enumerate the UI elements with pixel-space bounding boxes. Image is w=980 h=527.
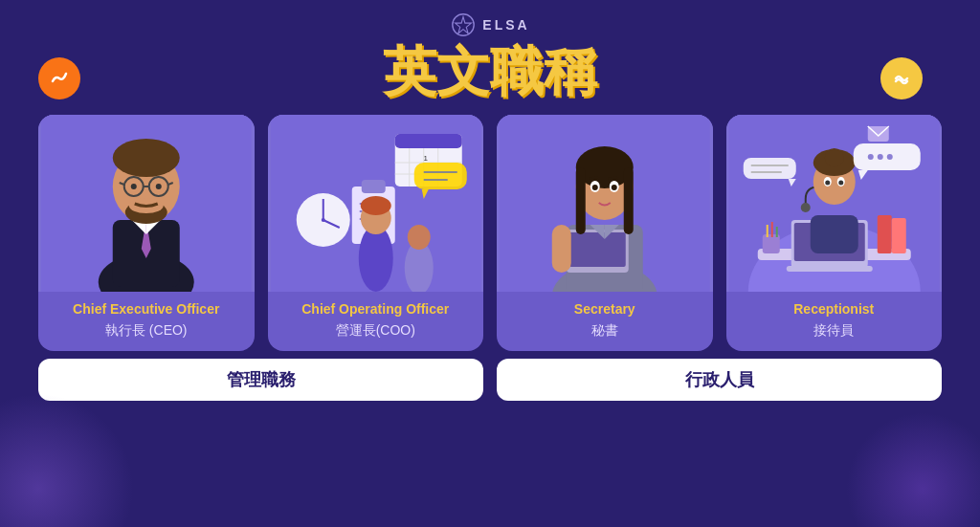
elsa-logo-text: ELSA [482, 17, 529, 33]
svg-rect-43 [413, 163, 466, 189]
svg-rect-34 [361, 180, 385, 193]
svg-rect-67 [786, 266, 872, 272]
svg-point-38 [358, 225, 392, 292]
svg-point-40 [360, 196, 390, 215]
card-receptionist-image [726, 115, 943, 292]
svg-rect-89 [743, 158, 795, 179]
svg-text:1: 1 [423, 154, 428, 163]
svg-point-76 [800, 203, 810, 212]
card-secretary-subtitle: 秘書 [584, 320, 626, 351]
card-ceo-image [38, 115, 255, 292]
svg-point-60 [612, 185, 617, 190]
svg-point-79 [824, 148, 843, 167]
elsa-logo: ELSA [450, 11, 529, 38]
svg-rect-51 [569, 232, 626, 267]
svg-point-87 [877, 154, 882, 160]
card-receptionist[interactable]: Receptionist 接待員 [726, 115, 943, 352]
svg-rect-55 [576, 167, 586, 234]
elsa-logo-icon [450, 11, 477, 38]
card-ceo[interactable]: Chief Executive Officer 執行長 (CEO) [38, 115, 255, 352]
card-coo-title: Chief Operating Officer [294, 292, 457, 321]
svg-point-16 [131, 184, 137, 189]
svg-point-88 [886, 154, 892, 160]
category-admin[interactable]: 行政人員 [497, 359, 942, 401]
svg-rect-56 [624, 167, 634, 234]
card-ceo-title: Chief Executive Officer [65, 292, 227, 321]
svg-point-83 [838, 180, 843, 185]
page-title: 英文職稱 [383, 42, 597, 101]
card-coo-image: 1 [268, 115, 484, 292]
category-management[interactable]: 管理職務 [38, 359, 483, 401]
svg-rect-22 [394, 134, 461, 148]
svg-rect-52 [552, 225, 571, 273]
svg-rect-70 [891, 218, 905, 253]
card-receptionist-title: Receptionist [786, 292, 881, 321]
card-coo-subtitle: 營運長(COO) [328, 320, 423, 351]
card-coo[interactable]: 1 [268, 115, 484, 352]
svg-rect-69 [877, 215, 891, 253]
svg-point-59 [592, 185, 598, 190]
svg-point-17 [156, 184, 162, 189]
svg-point-82 [825, 180, 830, 185]
categories-row: 管理職務 行政人員 [0, 359, 980, 401]
header: ELSA 英文職稱 [0, 0, 980, 109]
bg-decoration-right [846, 412, 980, 527]
bg-decoration-left [0, 393, 134, 527]
svg-point-10 [113, 139, 180, 177]
card-secretary-image [497, 115, 713, 292]
svg-point-42 [407, 225, 430, 250]
svg-marker-1 [456, 17, 472, 33]
card-receptionist-subtitle: 接待員 [806, 320, 861, 351]
svg-rect-75 [810, 215, 858, 253]
card-secretary[interactable]: Secretary 秘書 [497, 115, 713, 352]
card-ceo-subtitle: 執行長 (CEO) [98, 320, 195, 351]
card-secretary-title: Secretary [567, 292, 643, 321]
svg-point-86 [867, 154, 873, 160]
cards-section: Chief Executive Officer 執行長 (CEO) 1 [0, 115, 980, 352]
